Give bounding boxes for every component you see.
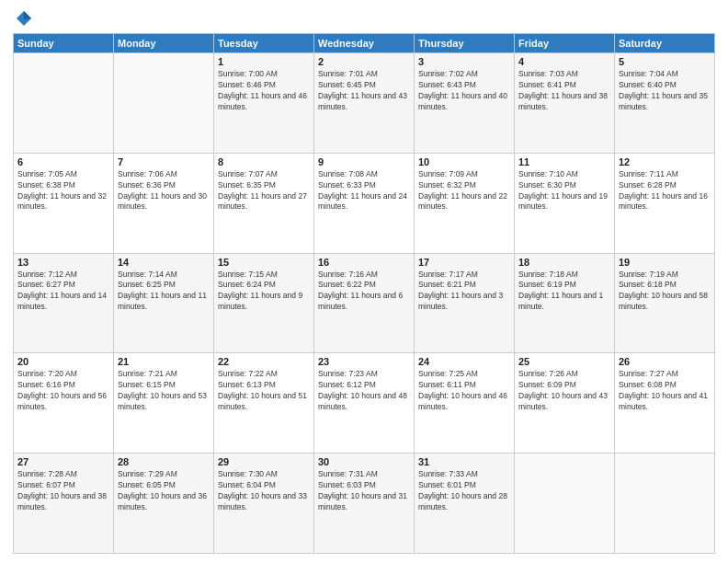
cell-info: Sunrise: 7:19 AMSunset: 6:18 PMDaylight:… bbox=[619, 270, 711, 314]
calendar-cell: 3Sunrise: 7:02 AMSunset: 6:43 PMDaylight… bbox=[415, 53, 515, 154]
cell-info: Sunrise: 7:29 AMSunset: 6:05 PMDaylight:… bbox=[118, 469, 210, 513]
calendar-week-row: 13Sunrise: 7:12 AMSunset: 6:27 PMDayligh… bbox=[14, 253, 715, 353]
calendar-cell: 18Sunrise: 7:18 AMSunset: 6:19 PMDayligh… bbox=[515, 253, 615, 353]
day-number: 8 bbox=[218, 156, 310, 167]
weekday-header-row: SundayMondayTuesdayWednesdayThursdayFrid… bbox=[14, 34, 715, 53]
logo-icon bbox=[15, 9, 33, 28]
calendar-cell: 17Sunrise: 7:17 AMSunset: 6:21 PMDayligh… bbox=[415, 253, 515, 353]
cell-info: Sunrise: 7:27 AMSunset: 6:08 PMDaylight:… bbox=[619, 369, 711, 413]
calendar-cell: 5Sunrise: 7:04 AMSunset: 6:40 PMDaylight… bbox=[615, 53, 715, 154]
calendar-week-row: 27Sunrise: 7:28 AMSunset: 6:07 PMDayligh… bbox=[14, 454, 715, 554]
cell-info: Sunrise: 7:28 AMSunset: 6:07 PMDaylight:… bbox=[17, 469, 109, 513]
day-number: 30 bbox=[318, 456, 410, 467]
calendar-cell bbox=[14, 53, 114, 154]
calendar-week-row: 6Sunrise: 7:05 AMSunset: 6:38 PMDaylight… bbox=[14, 153, 715, 253]
calendar-cell: 29Sunrise: 7:30 AMSunset: 6:04 PMDayligh… bbox=[214, 454, 314, 554]
weekday-header: Tuesday bbox=[214, 34, 314, 53]
cell-info: Sunrise: 7:02 AMSunset: 6:43 PMDaylight:… bbox=[418, 69, 510, 113]
cell-info: Sunrise: 7:06 AMSunset: 6:36 PMDaylight:… bbox=[118, 169, 210, 213]
day-number: 15 bbox=[218, 257, 310, 268]
day-number: 21 bbox=[118, 356, 210, 367]
day-number: 11 bbox=[518, 156, 610, 167]
day-number: 28 bbox=[118, 456, 210, 467]
day-number: 18 bbox=[518, 257, 610, 268]
cell-info: Sunrise: 7:01 AMSunset: 6:45 PMDaylight:… bbox=[318, 69, 410, 113]
calendar-cell: 23Sunrise: 7:23 AMSunset: 6:12 PMDayligh… bbox=[314, 353, 415, 454]
calendar-cell: 8Sunrise: 7:07 AMSunset: 6:35 PMDaylight… bbox=[214, 153, 314, 253]
cell-info: Sunrise: 7:07 AMSunset: 6:35 PMDaylight:… bbox=[218, 169, 310, 213]
cell-info: Sunrise: 7:23 AMSunset: 6:12 PMDaylight:… bbox=[318, 369, 410, 413]
cell-info: Sunrise: 7:17 AMSunset: 6:21 PMDaylight:… bbox=[418, 270, 510, 314]
cell-info: Sunrise: 7:31 AMSunset: 6:03 PMDaylight:… bbox=[318, 469, 410, 513]
calendar-cell: 14Sunrise: 7:14 AMSunset: 6:25 PMDayligh… bbox=[114, 253, 214, 353]
calendar-cell: 25Sunrise: 7:26 AMSunset: 6:09 PMDayligh… bbox=[515, 353, 615, 454]
calendar-cell: 16Sunrise: 7:16 AMSunset: 6:22 PMDayligh… bbox=[314, 253, 415, 353]
day-number: 13 bbox=[17, 257, 109, 268]
day-number: 27 bbox=[17, 456, 109, 467]
day-number: 5 bbox=[619, 56, 711, 67]
day-number: 16 bbox=[318, 257, 410, 268]
day-number: 7 bbox=[118, 156, 210, 167]
day-number: 2 bbox=[318, 56, 410, 67]
cell-info: Sunrise: 7:15 AMSunset: 6:24 PMDaylight:… bbox=[218, 270, 310, 314]
calendar-cell: 28Sunrise: 7:29 AMSunset: 6:05 PMDayligh… bbox=[114, 454, 214, 554]
cell-info: Sunrise: 7:22 AMSunset: 6:13 PMDaylight:… bbox=[218, 369, 310, 413]
day-number: 4 bbox=[518, 56, 610, 67]
calendar-cell: 19Sunrise: 7:19 AMSunset: 6:18 PMDayligh… bbox=[615, 253, 715, 353]
calendar-cell: 15Sunrise: 7:15 AMSunset: 6:24 PMDayligh… bbox=[214, 253, 314, 353]
day-number: 23 bbox=[318, 356, 410, 367]
day-number: 10 bbox=[418, 156, 510, 167]
day-number: 31 bbox=[418, 456, 510, 467]
cell-info: Sunrise: 7:16 AMSunset: 6:22 PMDaylight:… bbox=[318, 270, 410, 314]
day-number: 20 bbox=[17, 356, 109, 367]
weekday-header: Sunday bbox=[14, 34, 114, 53]
cell-info: Sunrise: 7:30 AMSunset: 6:04 PMDaylight:… bbox=[218, 469, 310, 513]
cell-info: Sunrise: 7:18 AMSunset: 6:19 PMDaylight:… bbox=[518, 270, 610, 314]
calendar-cell: 13Sunrise: 7:12 AMSunset: 6:27 PMDayligh… bbox=[14, 253, 114, 353]
calendar-cell: 27Sunrise: 7:28 AMSunset: 6:07 PMDayligh… bbox=[14, 454, 114, 554]
header bbox=[13, 9, 715, 28]
calendar-week-row: 20Sunrise: 7:20 AMSunset: 6:16 PMDayligh… bbox=[14, 353, 715, 454]
cell-info: Sunrise: 7:21 AMSunset: 6:15 PMDaylight:… bbox=[118, 369, 210, 413]
day-number: 1 bbox=[218, 56, 310, 67]
cell-info: Sunrise: 7:09 AMSunset: 6:32 PMDaylight:… bbox=[418, 169, 510, 213]
calendar-cell: 31Sunrise: 7:33 AMSunset: 6:01 PMDayligh… bbox=[415, 454, 515, 554]
cell-info: Sunrise: 7:25 AMSunset: 6:11 PMDaylight:… bbox=[418, 369, 510, 413]
cell-info: Sunrise: 7:03 AMSunset: 6:41 PMDaylight:… bbox=[518, 69, 610, 113]
calendar-cell: 21Sunrise: 7:21 AMSunset: 6:15 PMDayligh… bbox=[114, 353, 214, 454]
calendar-cell: 2Sunrise: 7:01 AMSunset: 6:45 PMDaylight… bbox=[314, 53, 415, 154]
calendar-cell: 7Sunrise: 7:06 AMSunset: 6:36 PMDaylight… bbox=[114, 153, 214, 253]
day-number: 29 bbox=[218, 456, 310, 467]
calendar-cell: 22Sunrise: 7:22 AMSunset: 6:13 PMDayligh… bbox=[214, 353, 314, 454]
day-number: 19 bbox=[619, 257, 711, 268]
calendar-cell: 6Sunrise: 7:05 AMSunset: 6:38 PMDaylight… bbox=[14, 153, 114, 253]
calendar-cell: 1Sunrise: 7:00 AMSunset: 6:46 PMDaylight… bbox=[214, 53, 314, 154]
day-number: 22 bbox=[218, 356, 310, 367]
logo bbox=[13, 9, 33, 28]
cell-info: Sunrise: 7:10 AMSunset: 6:30 PMDaylight:… bbox=[518, 169, 610, 213]
day-number: 12 bbox=[619, 156, 711, 167]
weekday-header: Friday bbox=[515, 34, 615, 53]
cell-info: Sunrise: 7:12 AMSunset: 6:27 PMDaylight:… bbox=[17, 270, 109, 314]
calendar-cell: 9Sunrise: 7:08 AMSunset: 6:33 PMDaylight… bbox=[314, 153, 415, 253]
calendar-cell bbox=[615, 454, 715, 554]
cell-info: Sunrise: 7:33 AMSunset: 6:01 PMDaylight:… bbox=[418, 469, 510, 513]
calendar-cell bbox=[515, 454, 615, 554]
calendar-cell: 24Sunrise: 7:25 AMSunset: 6:11 PMDayligh… bbox=[415, 353, 515, 454]
calendar-cell: 4Sunrise: 7:03 AMSunset: 6:41 PMDaylight… bbox=[515, 53, 615, 154]
day-number: 17 bbox=[418, 257, 510, 268]
calendar-table: SundayMondayTuesdayWednesdayThursdayFrid… bbox=[13, 33, 715, 554]
cell-info: Sunrise: 7:05 AMSunset: 6:38 PMDaylight:… bbox=[17, 169, 109, 213]
calendar-week-row: 1Sunrise: 7:00 AMSunset: 6:46 PMDaylight… bbox=[14, 53, 715, 154]
cell-info: Sunrise: 7:04 AMSunset: 6:40 PMDaylight:… bbox=[619, 69, 711, 113]
weekday-header: Monday bbox=[114, 34, 214, 53]
calendar-cell bbox=[114, 53, 214, 154]
cell-info: Sunrise: 7:20 AMSunset: 6:16 PMDaylight:… bbox=[17, 369, 109, 413]
calendar-cell: 11Sunrise: 7:10 AMSunset: 6:30 PMDayligh… bbox=[515, 153, 615, 253]
cell-info: Sunrise: 7:00 AMSunset: 6:46 PMDaylight:… bbox=[218, 69, 310, 113]
day-number: 6 bbox=[17, 156, 109, 167]
cell-info: Sunrise: 7:11 AMSunset: 6:28 PMDaylight:… bbox=[619, 169, 711, 213]
weekday-header: Saturday bbox=[615, 34, 715, 53]
day-number: 24 bbox=[418, 356, 510, 367]
calendar-cell: 26Sunrise: 7:27 AMSunset: 6:08 PMDayligh… bbox=[615, 353, 715, 454]
